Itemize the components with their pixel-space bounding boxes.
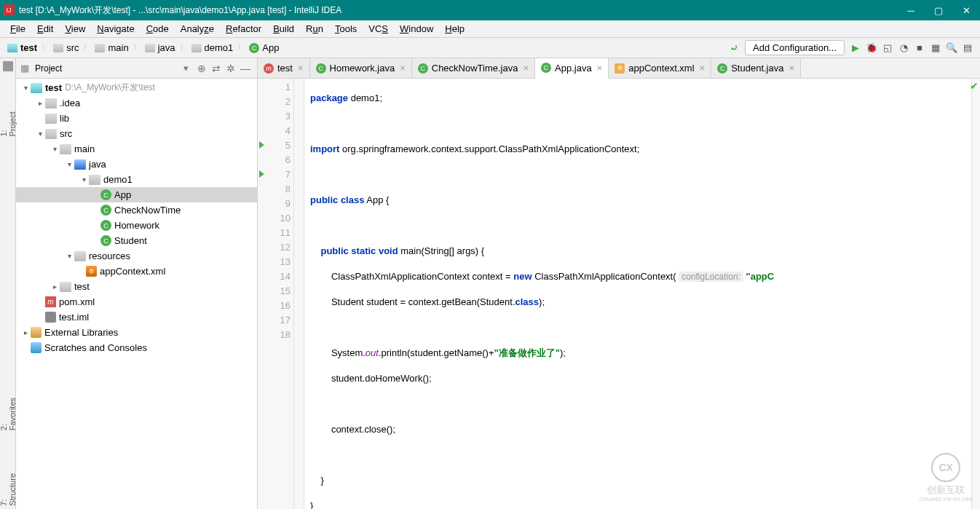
hide-icon[interactable]: —	[238, 61, 253, 76]
close-icon[interactable]: ×	[523, 63, 529, 74]
add-configuration-button[interactable]: Add Configuration...	[745, 40, 845, 55]
tab-app[interactable]: CApp.java×	[535, 58, 609, 79]
dropdown-icon[interactable]: ▾	[183, 63, 189, 74]
settings-gear-icon[interactable]: ✲	[224, 61, 238, 76]
menu-build[interactable]: Build	[267, 22, 300, 36]
tree-student[interactable]: CStudent	[16, 233, 257, 248]
menu-help[interactable]: Help	[439, 22, 470, 36]
tab-test[interactable]: mtest×	[258, 58, 310, 78]
close-button[interactable]: ✕	[961, 5, 971, 15]
menu-edit[interactable]: Edit	[31, 22, 59, 36]
code-lines[interactable]: package demo1; import org.springframewor…	[304, 79, 971, 509]
locate-icon[interactable]: ⊕	[194, 61, 209, 76]
tree-java[interactable]: ▾java	[16, 157, 257, 172]
folder-icon	[145, 44, 155, 52]
tree-pom[interactable]: mpom.xml	[16, 294, 257, 309]
breadcrumb-test[interactable]: test	[4, 42, 40, 53]
close-icon[interactable]: ×	[700, 63, 706, 74]
close-icon[interactable]: ×	[298, 63, 304, 74]
titlebar: IJ test [D:\A_MyWork\开发\test] - ...\src\…	[0, 0, 980, 20]
tab-appcontext[interactable]: ⚙appContext.xml×	[609, 58, 711, 78]
class-icon: C	[717, 63, 727, 74]
tree-homework[interactable]: CHomework	[16, 218, 257, 233]
folder-icon	[60, 282, 71, 292]
folder-icon	[45, 129, 57, 139]
tree-idea[interactable]: ▸.idea	[16, 95, 257, 111]
window-title: test [D:\A_MyWork\开发\test] - ...\src\mai…	[19, 4, 906, 17]
class-icon: C	[100, 235, 111, 246]
tree-app[interactable]: CApp	[16, 187, 257, 202]
tree-iml[interactable]: test.iml	[16, 309, 257, 325]
code-editor[interactable]: 1234 5 6 7 89101112131415161718 package …	[258, 79, 980, 509]
stop-button[interactable]: ■	[912, 40, 928, 56]
tree-main[interactable]: ▾main	[16, 141, 257, 157]
run-gutter-icon[interactable]	[259, 170, 264, 178]
tab-homework[interactable]: CHomework.java×	[310, 58, 412, 78]
tree-external-libraries[interactable]: ▸External Libraries	[16, 325, 257, 340]
project-tree: ▾testD:\A_MyWork\开发\test ▸.idea lib ▾src…	[16, 79, 257, 509]
project-view-icon: ▦	[20, 63, 32, 74]
run-gutter-icon[interactable]	[259, 141, 264, 149]
scratches-icon	[31, 342, 42, 353]
sidebar-title[interactable]: Project	[35, 63, 183, 74]
run-button[interactable]: ▶	[847, 40, 864, 56]
menu-file[interactable]: File	[4, 22, 31, 36]
breadcrumb-app[interactable]: CApp	[246, 42, 282, 53]
tree-lib[interactable]: lib	[16, 111, 257, 126]
tree-test[interactable]: ▸test	[16, 279, 257, 294]
menu-view[interactable]: View	[59, 22, 91, 36]
project-tool-icon[interactable]	[3, 61, 13, 71]
menu-navigate[interactable]: Navigate	[91, 22, 140, 36]
left-tab-project[interactable]: 1: Project	[0, 100, 17, 139]
menu-code[interactable]: Code	[141, 22, 175, 36]
menu-analyze[interactable]: Analyze	[175, 22, 220, 36]
menu-window[interactable]: Window	[394, 22, 439, 36]
watermark: CX 创新互联 CHUANG XIN HU LIAN	[919, 453, 973, 502]
search-everywhere-icon[interactable]: 🔍	[944, 40, 960, 56]
editor-area: mtest× CHomework.java× CCheckNowTime.jav…	[258, 58, 980, 509]
project-sidebar: ▦ Project ▾ ⊕ ⇄ ✲ — ▾testD:\A_MyWork\开发\…	[16, 58, 258, 509]
tree-scratches[interactable]: Scratches and Consoles	[16, 340, 257, 355]
layout-icon[interactable]: ▦	[928, 40, 944, 56]
debug-button[interactable]: 🐞	[864, 40, 880, 56]
line-gutter: 1234 5 6 7 89101112131415161718	[258, 79, 294, 509]
tree-root[interactable]: ▾testD:\A_MyWork\开发\test	[16, 80, 257, 95]
breadcrumb-main[interactable]: main	[92, 42, 131, 53]
tree-demo1[interactable]: ▾demo1	[16, 172, 257, 187]
close-icon[interactable]: ×	[789, 63, 794, 74]
left-tab-structure[interactable]: 7: Structure	[0, 462, 17, 509]
xml-icon: ⚙	[615, 63, 625, 74]
build-icon[interactable]: ⤾	[726, 40, 742, 56]
breadcrumb-demo1[interactable]: demo1	[189, 42, 237, 53]
maximize-button[interactable]: ▢	[933, 5, 944, 15]
tree-appcontext[interactable]: ⚙appContext.xml	[16, 264, 257, 279]
left-tool-gutter: 1: Project 2: Favorites 7: Structure	[0, 58, 16, 509]
close-icon[interactable]: ×	[597, 63, 603, 74]
menu-vcs[interactable]: VCS	[363, 22, 394, 36]
settings-icon[interactable]: ▤	[960, 40, 976, 56]
menubar: File Edit View Navigate Code Analyze Ref…	[0, 20, 980, 38]
tree-checknowtime[interactable]: CCheckNowTime	[16, 202, 257, 218]
breadcrumb-src[interactable]: src	[50, 42, 82, 53]
coverage-button[interactable]: ◱	[880, 40, 896, 56]
menu-tools[interactable]: Tools	[329, 22, 363, 36]
tab-checknowtime[interactable]: CCheckNowTime.java×	[412, 58, 535, 78]
folder-icon	[60, 144, 71, 154]
folder-icon	[45, 98, 57, 108]
expand-icon[interactable]: ⇄	[209, 61, 224, 76]
left-tab-favorites[interactable]: 2: Favorites	[0, 387, 17, 433]
xml-icon: ⚙	[86, 266, 97, 277]
folder-icon	[191, 44, 202, 52]
tree-resources[interactable]: ▾resources	[16, 248, 257, 264]
minimize-button[interactable]: ─	[906, 5, 916, 15]
profile-button[interactable]: ◔	[896, 40, 912, 56]
tab-student[interactable]: CStudent.java×	[711, 58, 801, 78]
close-icon[interactable]: ×	[400, 63, 406, 74]
menu-refactor[interactable]: Refactor	[220, 22, 267, 36]
source-folder-icon	[74, 159, 86, 170]
menu-run[interactable]: Run	[300, 22, 329, 36]
folder-icon	[53, 44, 63, 52]
maven-icon: m	[264, 63, 274, 74]
tree-src[interactable]: ▾src	[16, 126, 257, 141]
breadcrumb-java[interactable]: java	[142, 42, 178, 53]
